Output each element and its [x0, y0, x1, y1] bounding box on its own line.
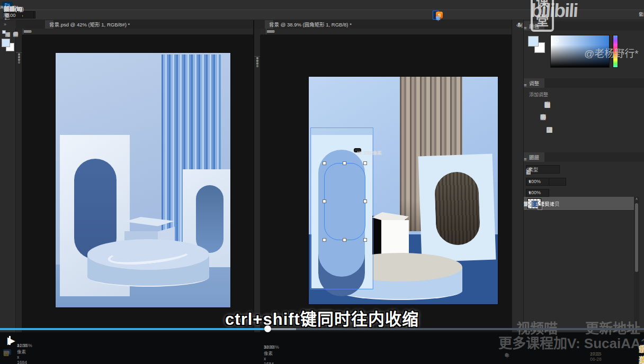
- foreground-background-swatches[interactable]: [1, 38, 15, 52]
- close-tab-icon[interactable]: ×: [49, 22, 52, 28]
- screen-mode-icon: ▣: [5, 31, 10, 37]
- ruler-tick: 1200: [16, 52, 22, 75]
- transform-handle[interactable]: [363, 238, 367, 242]
- clock-date: 2022-06-28: [590, 351, 602, 362]
- right-panel-shape: [418, 154, 496, 262]
- ruler-tick: 1400: [23, 29, 39, 34]
- video-progress-bar[interactable]: [0, 328, 644, 330]
- opacity-select[interactable]: 100%▾: [526, 178, 549, 186]
- transform-handle[interactable]: [363, 161, 367, 165]
- tools-panel: ✛▭∿✐⊡⊠✒✚✏⊕↺▱▨◒◐✑T▷□☞⚲⋯ ◨ ▣: [0, 29, 16, 339]
- screen-mode-button[interactable]: ▣: [0, 29, 16, 39]
- color-swatches[interactable]: [528, 36, 546, 54]
- left-artwork: [56, 53, 230, 307]
- left-document-canvas[interactable]: [22, 35, 253, 339]
- watermark-line-2: 更多课程加V: SucaiAA1: [498, 332, 644, 352]
- pane-divider[interactable]: [253, 20, 254, 339]
- author-watermark: @老杨野行*: [584, 46, 639, 60]
- app-icon-2[interactable]: ▤: [3, 349, 9, 357]
- quality-button[interactable]: 超清: [639, 343, 644, 364]
- transform-handle[interactable]: [343, 161, 346, 165]
- transform-handle[interactable]: [323, 199, 326, 203]
- left-vertical-ruler[interactable]: 0100200300400500600700800900100011001200: [16, 35, 22, 339]
- transform-handle[interactable]: [343, 238, 346, 242]
- close-icon[interactable]: ✕: [0, 5, 4, 10]
- right-doc-title: 背景 @ 38.9% (圆角矩形 1, RGB/8) *: [269, 21, 352, 28]
- layer-list: ◉ 圆角矩形 1 ◉ 矩形 2 ◉ 矩形 3 拷贝 ◉: [524, 197, 644, 324]
- panel-menu-icon[interactable]: ≡: [524, 82, 531, 88]
- transform-size-tooltip: W: 233 像素 H: 535 像素: [354, 148, 361, 152]
- sogou-tray-icon[interactable]: S: [505, 352, 508, 358]
- ime-toolbox-icon[interactable]: ∷: [436, 15, 439, 21]
- left-doc-tabstrip: 背景.psd @ 42% (矩形 1, RGB/8#) * ×: [16, 20, 253, 29]
- layers-panel-header: 图层 通道 路径 ≡: [524, 152, 644, 162]
- layer-name: 矩形 1: [524, 200, 538, 207]
- layer-row[interactable]: ◉ 矩形 1: [524, 197, 637, 211]
- chevron-down-icon: ▾: [529, 190, 531, 195]
- share-icon[interactable]: ⇪: [639, 11, 643, 17]
- scroll-up-icon[interactable]: ∧: [634, 197, 639, 201]
- transform-handle[interactable]: [323, 238, 326, 242]
- collapsed-panels-strip: « ↻A|¶: [512, 20, 523, 339]
- video-subtitle: ctrl+shift键同时往内收缩: [0, 306, 644, 330]
- ruler-tick: 1400: [266, 29, 280, 34]
- bilibili-class-badge: 课堂: [531, 0, 554, 32]
- filter-pin-icon[interactable]: ⊙: [526, 167, 530, 172]
- right-vertical-ruler[interactable]: -100010020030040050060070080090010001100…: [254, 35, 261, 339]
- ruler-corner: [254, 29, 261, 35]
- layers-blend-row: 正常▾ 不透明度: 100%▾: [526, 177, 642, 186]
- color-lookup-icon[interactable]: ⊞: [539, 112, 548, 121]
- layers-filter-row: ⚲ 类型 ▾ ▦◐T▭▤ ⊙: [526, 164, 642, 175]
- tooltip-height: H: 535 像素: [357, 150, 381, 156]
- transform-handle[interactable]: [363, 199, 367, 203]
- right-doc-tab[interactable]: 背景 @ 38.9% (圆角矩形 1, RGB/8) * ×: [265, 20, 274, 29]
- color-cursor: [555, 39, 559, 42]
- right-horizontal-ruler[interactable]: -300-200-1000100200300400500600700800900…: [261, 29, 512, 35]
- right-doc-tabstrip: 背景 @ 38.9% (圆角矩形 1, RGB/8) * ×: [254, 20, 512, 29]
- panel-menu-icon[interactable]: ≡: [524, 156, 531, 162]
- left-doc-tab[interactable]: 背景.psd @ 42% (矩形 1, RGB/8#) * ×: [45, 20, 54, 29]
- add-adjustment-label: 添加调整: [529, 91, 548, 98]
- scrollbar-thumb[interactable]: [635, 203, 638, 272]
- vibrance-icon[interactable]: ▽: [543, 99, 552, 108]
- left-horizontal-ruler[interactable]: -200-10001002003004005006007008009001000…: [22, 29, 253, 35]
- screen: Ps 文件(F)编辑(E)图像(I)图层(L)文字(Y)选择(S)滤镜(T)3D…: [0, 0, 644, 364]
- capsule-cutout: [434, 171, 481, 246]
- status-chevron-icon[interactable]: >: [17, 343, 20, 348]
- ime-toolbar: S 中’⚲▤▼∷: [433, 11, 439, 20]
- close-tab-icon[interactable]: ×: [269, 22, 272, 28]
- ruler-tick: 1200: [254, 56, 260, 77]
- podium-cylinder: [87, 239, 209, 289]
- paragraph-panel-icon[interactable]: ¶: [518, 22, 521, 28]
- selective-color-icon[interactable]: ▥: [545, 125, 554, 134]
- right-document-canvas[interactable]: W: 233 像素 H: 535 像素: [261, 35, 512, 339]
- transform-selection-path[interactable]: [324, 163, 365, 240]
- progress-filled: [0, 328, 267, 330]
- layer-filter-type[interactable]: ⚲ 类型 ▾: [526, 165, 560, 174]
- transform-handle[interactable]: [323, 161, 326, 165]
- foreground-color[interactable]: [2, 39, 10, 47]
- status-chevron-icon[interactable]: >: [264, 344, 266, 350]
- right-artwork: W: 233 像素 H: 535 像素: [309, 77, 498, 304]
- adjustments-panel-header: 调整 ≡: [524, 78, 644, 88]
- chevron-down-icon: ▾: [529, 179, 531, 184]
- progress-knob[interactable]: [264, 325, 271, 332]
- fill-select[interactable]: 100%▾: [526, 189, 549, 197]
- layers-lock-row: 锁定: ▦✏✛⊡⊓ 填充: 100%▾: [526, 188, 642, 197]
- left-doc-title: 背景.psd @ 42% (矩形 1, RGB/8#) *: [49, 21, 130, 28]
- progress-buffered: [267, 328, 297, 330]
- adjustments-panel-body: 添加调整 ☀▅∽◧▽ ▤⚖◑◉◍⊞ ◪▩◨▧▥: [524, 88, 644, 152]
